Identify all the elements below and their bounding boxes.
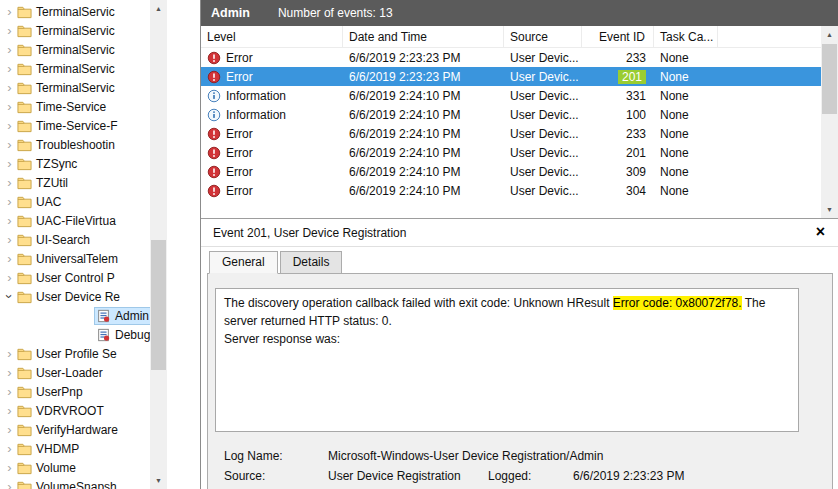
chevron-collapsed-icon[interactable]: › bbox=[3, 233, 16, 246]
chevron-collapsed-icon[interactable]: › bbox=[3, 366, 16, 379]
chevron-collapsed-icon[interactable]: › bbox=[3, 24, 16, 37]
tree-item-universaltelem[interactable]: ›UniversalTelem bbox=[0, 249, 150, 268]
event-message-box[interactable]: The discovery operation callback failed … bbox=[215, 288, 799, 432]
tree-item-verifyhardware[interactable]: ›VerifyHardware bbox=[0, 420, 150, 439]
chevron-collapsed-icon[interactable]: › bbox=[3, 252, 16, 265]
tree-item-user-device-re[interactable]: ›User Device Re bbox=[0, 287, 150, 306]
close-icon[interactable]: × bbox=[816, 223, 825, 241]
tree-scrollbar[interactable]: ▲ ▼ bbox=[150, 0, 167, 489]
tree-item-troubleshootin[interactable]: ›Troubleshootin bbox=[0, 135, 150, 154]
tree-item-box: TZUtil bbox=[16, 175, 72, 191]
tree-item-uac-filevirtua[interactable]: ›UAC-FileVirtua bbox=[0, 211, 150, 230]
event-row-6[interactable]: Error6/6/2019 2:24:10 PMUser Devic...201… bbox=[201, 143, 821, 162]
tree-item-tzutil[interactable]: ›TZUtil bbox=[0, 173, 150, 192]
chevron-collapsed-icon[interactable]: › bbox=[3, 271, 16, 284]
chevron-collapsed-icon[interactable]: › bbox=[3, 81, 16, 94]
highlighted-event-id: 201 bbox=[618, 70, 646, 84]
tree-item-box: TerminalServic bbox=[16, 4, 119, 20]
tree-item-label: UI-Search bbox=[36, 233, 90, 247]
event-row-4[interactable]: Information6/6/2019 2:24:10 PMUser Devic… bbox=[201, 105, 821, 124]
level-label: Error bbox=[226, 165, 253, 179]
tree-item-terminalservic[interactable]: ›TerminalServic bbox=[0, 78, 150, 97]
tree-item-admin[interactable]: Admin bbox=[0, 306, 150, 325]
level-label: Error bbox=[226, 184, 253, 198]
tree-item-label: UniversalTelem bbox=[36, 252, 118, 266]
tree-item-box: UAC-FileVirtua bbox=[16, 213, 120, 229]
event-row-8[interactable]: Error6/6/2019 2:24:10 PMUser Devic...304… bbox=[201, 181, 821, 200]
chevron-collapsed-icon[interactable]: › bbox=[3, 43, 16, 56]
tree-scrollbar-thumb[interactable] bbox=[151, 240, 166, 370]
chevron-expanded-icon[interactable]: › bbox=[3, 290, 16, 303]
tree-item-user-control-p[interactable]: ›User Control P bbox=[0, 268, 150, 287]
source-cell: User Devic... bbox=[504, 89, 582, 103]
chevron-collapsed-icon[interactable]: › bbox=[3, 480, 16, 489]
tab-general[interactable]: General bbox=[209, 251, 278, 274]
event-row-1[interactable]: Error6/6/2019 2:23:23 PMUser Devic...233… bbox=[201, 48, 821, 67]
column-header-source[interactable]: Source bbox=[504, 26, 582, 47]
column-header-task-ca[interactable]: Task Ca... bbox=[654, 26, 718, 47]
tree-item-ui-search[interactable]: ›UI-Search bbox=[0, 230, 150, 249]
tree-item-terminalservic[interactable]: ›TerminalServic bbox=[0, 2, 150, 21]
tree-item-label: User Profile Se bbox=[36, 347, 117, 361]
tree-item-user-profile-se[interactable]: ›User Profile Se bbox=[0, 344, 150, 363]
chevron-collapsed-icon[interactable]: › bbox=[3, 5, 16, 18]
event-row-7[interactable]: Error6/6/2019 2:24:10 PMUser Devic...309… bbox=[201, 162, 821, 181]
task-category-cell: None bbox=[654, 108, 718, 122]
event-detail-panel: Event 201, User Device Registration × Ge… bbox=[201, 218, 838, 489]
event-list-scrollbar-thumb[interactable] bbox=[822, 44, 837, 114]
chevron-collapsed-icon[interactable]: › bbox=[3, 442, 16, 455]
tree-item-userpnp[interactable]: ›UserPnp bbox=[0, 382, 150, 401]
column-header-level[interactable]: Level bbox=[201, 26, 343, 47]
scroll-down-icon[interactable]: ▼ bbox=[150, 472, 167, 489]
chevron-collapsed-icon[interactable]: › bbox=[3, 176, 16, 189]
chevron-collapsed-icon[interactable]: › bbox=[3, 157, 16, 170]
datetime-cell: 6/6/2019 2:24:10 PM bbox=[343, 127, 504, 141]
source-cell: User Devic... bbox=[504, 108, 582, 122]
events-pane: Admin Number of events: 13 LevelDate and… bbox=[200, 0, 838, 489]
tree-item-terminalservic[interactable]: ›TerminalServic bbox=[0, 21, 150, 40]
chevron-collapsed-icon[interactable]: › bbox=[3, 119, 16, 132]
tree-item-vdrvroot[interactable]: ›VDRVROOT bbox=[0, 401, 150, 420]
tree-item-debug[interactable]: Debug bbox=[0, 325, 150, 344]
tree-item-box: VDRVROOT bbox=[16, 403, 108, 419]
scroll-up-icon[interactable]: ▲ bbox=[821, 26, 838, 43]
event-row-3[interactable]: Information6/6/2019 2:24:10 PMUser Devic… bbox=[201, 86, 821, 105]
tree-item-box: UserPnp bbox=[16, 384, 87, 400]
tree-item-time-service[interactable]: ›Time-Service bbox=[0, 97, 150, 116]
event-id-cell: 233 bbox=[582, 51, 654, 65]
column-header-event-id[interactable]: Event ID bbox=[582, 26, 654, 47]
chevron-collapsed-icon[interactable]: › bbox=[3, 214, 16, 227]
tree-item-volumesnapsh[interactable]: ›VolumeSnapsh bbox=[0, 477, 150, 489]
event-row-5[interactable]: Error6/6/2019 2:24:10 PMUser Devic...233… bbox=[201, 124, 821, 143]
tree-item-volume[interactable]: ›Volume bbox=[0, 458, 150, 477]
tree-item-terminalservic[interactable]: ›TerminalServic bbox=[0, 59, 150, 78]
chevron-collapsed-icon[interactable]: › bbox=[3, 195, 16, 208]
tree-item-vhdmp[interactable]: ›VHDMP bbox=[0, 439, 150, 458]
tree-item-tzsync[interactable]: ›TZSync bbox=[0, 154, 150, 173]
chevron-collapsed-icon[interactable]: › bbox=[3, 138, 16, 151]
tree-item-label: TerminalServic bbox=[36, 5, 115, 19]
chevron-collapsed-icon[interactable]: › bbox=[3, 423, 16, 436]
task-category-cell: None bbox=[654, 70, 718, 84]
folder-icon bbox=[17, 233, 32, 247]
chevron-collapsed-icon[interactable]: › bbox=[3, 385, 16, 398]
tree-item-terminalservic[interactable]: ›TerminalServic bbox=[0, 40, 150, 59]
scroll-down-icon[interactable]: ▼ bbox=[821, 201, 838, 218]
column-header-date-and-time[interactable]: Date and Time bbox=[343, 26, 504, 47]
event-row-2[interactable]: Error6/6/2019 2:23:23 PMUser Devic...201… bbox=[201, 67, 821, 86]
chevron-collapsed-icon[interactable]: › bbox=[3, 62, 16, 75]
scroll-up-icon[interactable]: ▲ bbox=[150, 0, 167, 17]
tree-item-uac[interactable]: ›UAC bbox=[0, 192, 150, 211]
tree-item-box: TerminalServic bbox=[16, 80, 119, 96]
chevron-collapsed-icon[interactable]: › bbox=[3, 461, 16, 474]
tab-details[interactable]: Details bbox=[280, 251, 343, 274]
tree-item-user-loader[interactable]: ›User-Loader bbox=[0, 363, 150, 382]
chevron-collapsed-icon[interactable]: › bbox=[3, 100, 16, 113]
tree-item-label: Admin bbox=[115, 309, 149, 323]
general-tab-page: The discovery operation callback failed … bbox=[207, 273, 833, 489]
event-list-scrollbar[interactable]: ▲ ▼ bbox=[821, 26, 838, 218]
tree-item-time-service-f[interactable]: ›Time-Service-F bbox=[0, 116, 150, 135]
chevron-collapsed-icon[interactable]: › bbox=[3, 347, 16, 360]
event-count-text: Number of events: 13 bbox=[278, 6, 393, 20]
chevron-collapsed-icon[interactable]: › bbox=[3, 404, 16, 417]
